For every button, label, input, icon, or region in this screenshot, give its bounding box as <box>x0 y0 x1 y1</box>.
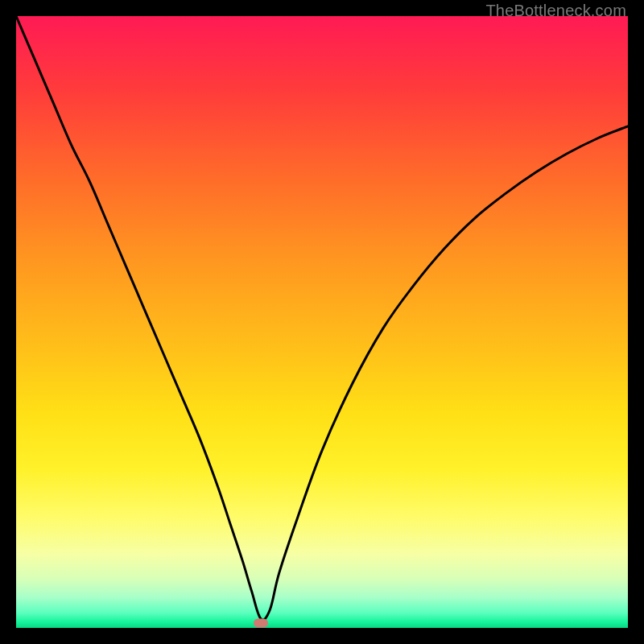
curve-svg <box>16 16 628 628</box>
chart-frame: TheBottleneck.com <box>0 0 644 644</box>
bottleneck-curve <box>16 16 628 620</box>
plot-area <box>16 16 628 628</box>
optimum-marker <box>254 618 268 627</box>
